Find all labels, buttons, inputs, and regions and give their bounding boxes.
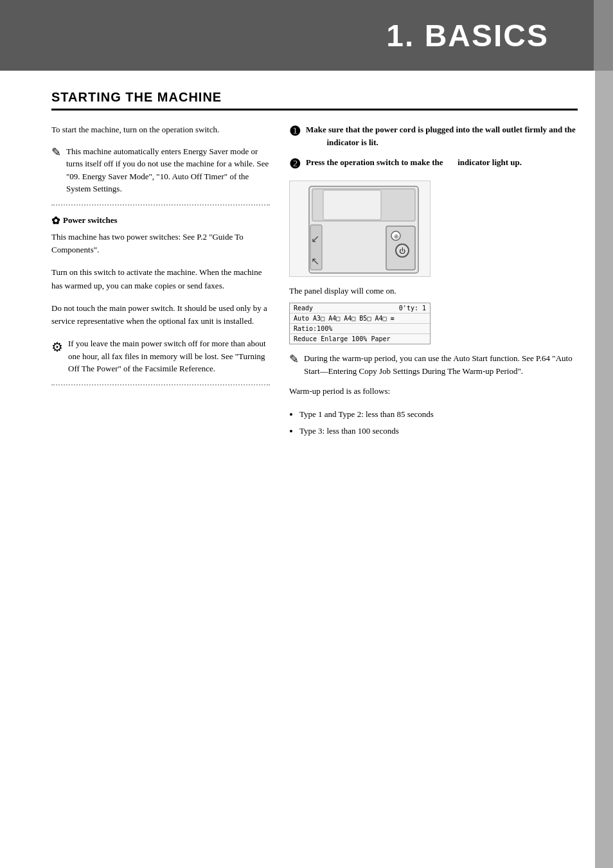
dotted-divider-2 [51,384,270,385]
display-qty: 0'ty: 1 [399,305,426,312]
step-1-text: Make sure that the power cord is plugged… [306,123,578,148]
section-title: STARTING THE MACHINE [51,90,578,111]
svg-text:↙: ↙ [311,233,319,244]
note-block-2: ✎ During the warm-up period, you can use… [289,352,578,377]
power-switches-body1: This machine has two power switches: See… [51,231,270,258]
left-column: To start the machine, turn on the operat… [51,123,270,441]
display-row-3: Ratio:100% [290,324,430,334]
display-ready: Ready [294,305,313,312]
warmup-label: Warm-up period is as follows: [289,385,578,398]
svg-text:⊕: ⊕ [394,233,399,240]
chapter-title: 1. BASICS [386,18,574,53]
sun-icon: ✿ [51,215,60,227]
display-panel: Ready 0'ty: 1 Auto A3□ A4□ A4□ B5□ A4□ ≡… [289,303,431,344]
right-column: ❶ Make sure that the power cord is plugg… [289,123,578,441]
power-switches-body3: Do not touch the main power switch. It s… [51,302,270,329]
svg-text:↖: ↖ [311,256,319,267]
display-row-1: Ready 0'ty: 1 [290,303,430,314]
machine-illustration: ↙ ↖ ⊕ ⏻ [289,181,431,277]
svg-text:⏻: ⏻ [399,247,405,254]
note-block-1: ✎ This machine automatically enters Ener… [51,145,270,195]
step-1: ❶ Make sure that the power cord is plugg… [289,123,578,148]
bullet-item-1: Type 1 and Type 2: less than 85 seconds [299,407,578,421]
intro-text: To start the machine, turn on the operat… [51,123,270,136]
panel-display-label: The panel display will come on. [289,286,578,296]
note-icon-2: ✎ [289,351,299,377]
warning-icon: ⚙ [51,337,63,375]
note-icon-1: ✎ [51,144,61,195]
step-2-text: Press the operation switch to make the i… [306,156,522,172]
dotted-divider-1 [51,204,270,206]
step-2-num: ❷ [289,156,301,172]
note-text-1: This machine automatically enters Energy… [66,145,270,195]
bullet-item-2: Type 3: less than 100 seconds [299,424,578,438]
note-text-2: During the warm-up period, you can use t… [304,352,578,377]
warning-block: ⚙ If you leave the main power switch off… [51,337,270,375]
step-2: ❷ Press the operation switch to make the… [289,156,578,172]
display-row-4: Reduce Enlarge 100% Paper [290,334,430,344]
display-row-2: Auto A3□ A4□ A4□ B5□ A4□ ≡ [290,314,430,324]
power-switches-body2: Turn on this switch to activate the mach… [51,266,270,293]
warning-text: If you leave the main power switch off f… [68,337,270,375]
step-1-num: ❶ [289,123,301,148]
chapter-header: 1. BASICS [0,0,613,71]
two-column-layout: To start the machine, turn on the operat… [51,123,578,441]
power-switches-label: Power switches [63,215,118,226]
machine-svg: ↙ ↖ ⊕ ⏻ [290,181,431,277]
main-content: STARTING THE MACHINE To start the machin… [0,71,613,460]
power-switches-heading: ✿ Power switches [51,215,270,227]
bullet-list: Type 1 and Type 2: less than 85 seconds … [299,407,578,438]
svg-rect-10 [323,190,381,220]
